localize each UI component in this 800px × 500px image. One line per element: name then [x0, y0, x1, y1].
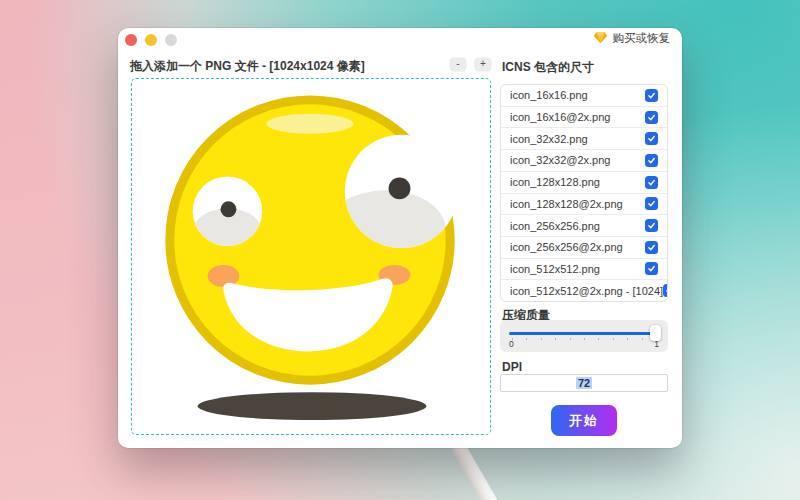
size-checkbox[interactable] — [663, 284, 668, 297]
check-icon — [647, 199, 656, 208]
check-icon — [647, 264, 656, 273]
slider-ticks — [512, 338, 656, 340]
check-icon — [647, 178, 656, 187]
size-label: icon_128x128.png — [510, 176, 600, 188]
smiley-image — [132, 79, 490, 434]
size-row: icon_256x256.png — [501, 214, 667, 236]
check-icon — [647, 221, 656, 230]
slider-max-label: 1 — [654, 339, 659, 349]
size-checkbox[interactable] — [645, 219, 658, 232]
size-row: icon_128x128.png — [501, 171, 667, 193]
buy-restore-label: 购买或恢复 — [613, 31, 671, 46]
traffic-lights — [125, 34, 177, 46]
drop-zone[interactable] — [131, 78, 491, 435]
size-row: icon_256x256@2x.png — [501, 236, 667, 258]
size-row: icon_128x128@2x.png — [501, 193, 667, 215]
close-button[interactable] — [125, 34, 137, 46]
size-row: icon_512x512@2x.png - [1024] — [501, 279, 667, 301]
check-icon — [647, 243, 656, 252]
check-icon — [647, 134, 656, 143]
size-label: icon_512x512@2x.png - [1024] — [510, 285, 663, 297]
size-label: icon_16x16@2x.png — [510, 111, 610, 123]
size-row: icon_16x16@2x.png — [501, 106, 667, 128]
dpi-value: 72 — [576, 377, 592, 389]
check-icon — [647, 156, 656, 165]
sizes-header: ICNS 包含的尺寸 — [502, 59, 594, 76]
dpi-label: DPI — [502, 360, 522, 374]
size-checkbox[interactable] — [645, 176, 658, 189]
size-checkbox[interactable] — [645, 262, 658, 275]
size-checkbox[interactable] — [645, 154, 658, 167]
size-label: icon_128x128@2x.png — [510, 198, 623, 210]
size-checkbox[interactable] — [645, 132, 658, 145]
size-label: icon_256x256.png — [510, 220, 600, 232]
zoom-button — [165, 34, 177, 46]
size-label: icon_32x32@2x.png — [510, 154, 610, 166]
start-button[interactable]: 开始 — [551, 405, 617, 436]
gem-icon — [593, 31, 608, 46]
size-label: icon_512x512.png — [510, 263, 600, 275]
quality-slider[interactable]: 0 1 — [500, 320, 668, 352]
slider-track[interactable] — [509, 332, 659, 335]
size-list: icon_16x16.png icon_16x16@2x.png icon_32… — [500, 84, 668, 302]
check-icon — [647, 113, 656, 122]
drop-hint-title: 拖入添加一个 PNG 文件 - [1024x1024 像素] — [130, 58, 365, 75]
size-checkbox[interactable] — [645, 111, 658, 124]
app-window: 购买或恢复 拖入添加一个 PNG 文件 - [1024x1024 像素] - + — [118, 28, 682, 448]
size-label: icon_16x16.png — [510, 89, 588, 101]
size-checkbox[interactable] — [645, 197, 658, 210]
buy-restore-button[interactable]: 购买或恢复 — [593, 31, 671, 46]
size-row: icon_32x32.png — [501, 127, 667, 149]
size-checkbox[interactable] — [645, 89, 658, 102]
size-row: icon_32x32@2x.png — [501, 149, 667, 171]
slider-min-label: 0 — [509, 339, 514, 349]
size-checkbox[interactable] — [645, 241, 658, 254]
size-label: icon_32x32.png — [510, 133, 588, 145]
zoom-in-button[interactable]: + — [475, 58, 491, 71]
check-icon — [665, 286, 668, 295]
minimize-button[interactable] — [145, 34, 157, 46]
size-row: icon_512x512.png — [501, 258, 667, 280]
size-row: icon_16x16.png — [501, 85, 667, 106]
check-icon — [647, 91, 656, 100]
zoom-out-button[interactable]: - — [450, 58, 466, 71]
size-label: icon_256x256@2x.png — [510, 241, 623, 253]
dpi-input[interactable]: 72 — [500, 374, 668, 392]
